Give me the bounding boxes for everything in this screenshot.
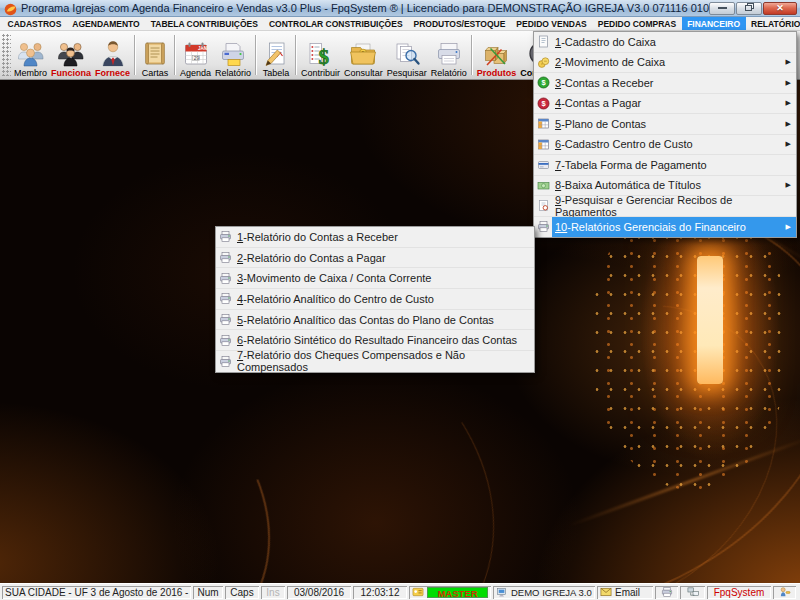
submenu-arrow-icon: ▶ <box>786 223 791 231</box>
banknote-icon <box>534 176 552 196</box>
financeiro-menu-item-9-pesquisar-e-gerenciar-recibos-de-pagamentos[interactable]: 9-Pesquisar e Gerenciar Recibos de Pagam… <box>534 196 796 217</box>
status-insert: Ins <box>261 586 285 599</box>
reports-submenu-item-7-relat-rio-dos-cheques-compensados-e-n-o-compensados[interactable]: 7-Relatório dos Cheques Compensados e Nã… <box>216 351 534 372</box>
toolbar-button-label: Funciona <box>51 68 91 78</box>
contribution-dollar-icon: $ <box>306 40 336 67</box>
status-text: SUA CIDADE - UF 3 de Agosto de 2016 - Qu… <box>5 587 191 598</box>
toolbar-relat-rio-button[interactable]: Relatório <box>429 32 469 78</box>
menu-item-label: 9-Pesquisar e Gerenciar Recibos de Pagam… <box>552 196 796 216</box>
printer-small-icon <box>216 351 234 372</box>
dollar-red-icon: $ <box>534 94 552 114</box>
menubar-item-pedido-vendas[interactable]: PEDIDO VENDAS <box>511 17 592 30</box>
financeiro-menu-item-1-cadastro-do-caixa[interactable]: 1-Cadastro do Caixa <box>534 32 796 53</box>
menubar-item-agendamento[interactable]: AGENDAMENTO <box>67 17 145 30</box>
reports-submenu-item-3-movimento-de-caixa-conta-corrente[interactable]: 3-Movimento de Caixa / Conta Corrente <box>216 268 534 289</box>
printer-small-icon <box>216 330 234 350</box>
toolbar-button-label: Pesquisar <box>387 68 427 78</box>
status-user: MASTER <box>409 586 491 599</box>
reports-submenu-item-4-relat-rio-anal-tico-do-centro-de-custo[interactable]: 4-Relatório Analítico do Centro de Custo <box>216 289 534 310</box>
status-brand: FpqSystem <box>707 586 771 599</box>
toolbar-funciona-button[interactable]: Funciona <box>49 32 93 78</box>
menu-item-label: 10-Relatórios Gerenciais do Financeiro▶ <box>552 217 796 238</box>
submenu-arrow-icon: ▶ <box>786 140 791 148</box>
toolbar-group: MembroFuncionaFornece <box>12 32 132 78</box>
printer-small-icon <box>216 248 234 268</box>
search-documents-icon <box>392 40 422 67</box>
status-print[interactable] <box>655 586 678 599</box>
menubar-item-cadastros[interactable]: CADASTROS <box>2 17 67 30</box>
toolbar-produtos-button[interactable]: Produtos <box>475 32 519 78</box>
toolbar-membro-button[interactable]: Membro <box>12 32 49 78</box>
close-button[interactable]: ✕ <box>763 2 797 15</box>
status-text: Num <box>197 587 218 598</box>
status-date: 03/08/2016 <box>287 586 351 599</box>
toolbar-button-label: Contribuir <box>301 68 340 78</box>
menubar-item-pedido-compras[interactable]: PEDIDO COMPRAS <box>592 17 681 30</box>
toolbar-separator <box>295 35 297 75</box>
menubar-item-controlar-constribui-es[interactable]: CONTROLAR CONSTRIBUIÇÕES <box>263 17 408 30</box>
menubar-item-relat-rios[interactable]: RELATÓRIOS <box>746 17 800 30</box>
status-text: Ins <box>266 587 279 598</box>
status-text: FpqSystem <box>714 587 765 598</box>
window-title: Programa Igrejas com Agenda Financeiro e… <box>21 2 709 14</box>
toolbar-button-label: Consultar <box>344 68 383 78</box>
reports-submenu-item-6-relat-rio-sint-tico-do-resultado-financeiro-das-contas[interactable]: 6-Relatório Sintético do Resultado Finan… <box>216 330 534 351</box>
reports-submenu: 1-Relatório do Contas a Receber2-Relatór… <box>215 226 535 373</box>
payment-card-icon <box>534 155 552 175</box>
minimize-button[interactable] <box>709 2 735 15</box>
financeiro-menu-item-6-cadastro-centro-de-custo[interactable]: 6-Cadastro Centro de Custo▶ <box>534 135 796 156</box>
status-email[interactable]: Email <box>597 586 653 599</box>
status-text: 03/08/2016 <box>294 587 344 598</box>
restore-button[interactable] <box>736 2 762 15</box>
toolbar-consultar-button[interactable]: $Consultar <box>342 32 385 78</box>
submenu-arrow-icon: ▶ <box>786 181 791 189</box>
reports-submenu-item-2-relat-rio-do-contas-a-pagar[interactable]: 2-Relatório do Contas a Pagar <box>216 248 534 269</box>
toolbar-cartas-button[interactable]: Cartas <box>138 32 172 78</box>
app-logo-icon <box>4 2 17 15</box>
financeiro-menu-item-5-plano-de-contas[interactable]: 5-Plano de Contas▶ <box>534 114 796 135</box>
toolbar-separator <box>471 35 473 75</box>
financeiro-menu-item-3-contas-a-receber[interactable]: $3-Contas a Receber▶ <box>534 73 796 94</box>
menu-item-label: 1-Relatório do Contas a Receber <box>234 227 534 247</box>
menubar-item-tabela-contribui-es[interactable]: TABELA CONTRIBUIÇÕES <box>145 17 263 30</box>
printer-small-icon <box>216 289 234 309</box>
statusbar: SUA CIDADE - UF 3 de Agosto de 2016 - Qu… <box>0 583 800 600</box>
status-network[interactable] <box>680 586 705 599</box>
reports-submenu-item-5-relat-rio-anal-tico-das-contas-do-plano-de-contas[interactable]: 5-Relatório Analítico das Contas do Plan… <box>216 310 534 331</box>
toolbar-button-label: Membro <box>14 68 47 78</box>
menu-item-label: 5-Plano de Contas▶ <box>552 114 796 134</box>
menu-item-label: 6-Cadastro Centro de Custo▶ <box>552 135 796 155</box>
financeiro-menu-item-4-contas-a-pagar[interactable]: $4-Contas a Pagar▶ <box>534 94 796 115</box>
toolbar-fornece-button[interactable]: Fornece <box>93 32 132 78</box>
staff-group-icon <box>56 40 86 67</box>
menubar-item-produtos-estoque[interactable]: PRODUTOS/ESTOQUE <box>408 17 511 30</box>
financeiro-menu-item-10-relat-rios-gerenciais-do-financeiro[interactable]: 10-Relatórios Gerenciais do Financeiro▶ <box>534 217 796 238</box>
reports-submenu-item-1-relat-rio-do-contas-a-receber[interactable]: 1-Relatório do Contas a Receber <box>216 227 534 248</box>
toolbar-button-label: Relatório <box>431 68 467 78</box>
toolbar-relat-rio-button[interactable]: Relatório <box>213 32 253 78</box>
submenu-arrow-icon: ▶ <box>786 99 791 107</box>
financeiro-menu-item-7-tabela-forma-de-pagamento[interactable]: 7-Tabela Forma de Pagamento <box>534 155 796 176</box>
status-session[interactable] <box>773 586 796 599</box>
menubar-item-financeiro[interactable]: FINANCEIRO <box>682 17 746 30</box>
menu-item-label: 4-Contas a Pagar▶ <box>552 94 796 114</box>
toolbar-agenda-button[interactable]: JAN29Agenda <box>178 32 213 78</box>
table-document-icon <box>261 40 291 67</box>
members-group-icon <box>16 40 46 67</box>
user-key-icon <box>779 586 791 598</box>
toolbar-gripper[interactable] <box>2 34 11 76</box>
toolbar-tabela-button[interactable]: Tabela <box>259 32 293 78</box>
toolbar-contribuir-button[interactable]: $Contribuir <box>299 32 342 78</box>
submenu-arrow-icon: ▶ <box>786 120 791 128</box>
financeiro-menu-item-2-movimento-de-caixa[interactable]: 2-Movimento de Caixa▶ <box>534 53 796 74</box>
toolbar-pesquisar-button[interactable]: Pesquisar <box>385 32 429 78</box>
window-controls: ✕ <box>709 2 797 15</box>
application-window: Programa Igrejas com Agenda Financeiro e… <box>0 0 800 600</box>
receipt-search-icon <box>534 196 552 216</box>
toolbar-group: $Contribuir$ConsultarPesquisarRelatório <box>299 32 469 78</box>
table-icon <box>534 135 552 155</box>
printer-small-icon <box>216 310 234 330</box>
svg-text:$: $ <box>318 45 329 68</box>
id-badge-icon <box>412 586 424 598</box>
titlebar: Programa Igrejas com Agenda Financeiro e… <box>0 0 800 17</box>
